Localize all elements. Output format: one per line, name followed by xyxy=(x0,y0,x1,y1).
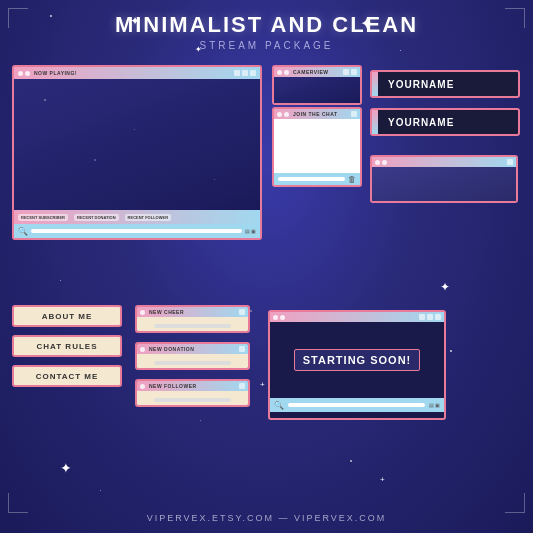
page-title: MINIMALIST AND CLEAN xyxy=(0,12,533,38)
titlebar-dot xyxy=(18,71,23,76)
follower-bar xyxy=(154,398,232,402)
cam-body xyxy=(274,77,360,103)
chat-delete-icon: 🗑 xyxy=(348,175,356,184)
small-preview-window xyxy=(370,155,518,203)
prev-controls xyxy=(507,159,513,165)
main-stream-window: NOW PLAYING! RECENT SUBSCRIBER RECENT DO… xyxy=(12,65,262,240)
page-header: MINIMALIST AND CLEAN STREAM PACKAGE xyxy=(0,12,533,51)
chat-ctrl xyxy=(351,111,357,117)
start-ctrl-2 xyxy=(427,314,433,320)
start-controls xyxy=(419,314,441,320)
cam-controls xyxy=(343,69,357,75)
prev-dot xyxy=(375,160,380,165)
chat-rules-label: CHAT RULES xyxy=(37,342,98,351)
cheer-title: NEW CHEER xyxy=(149,309,184,315)
win-ctrl-1 xyxy=(234,70,240,76)
starting-search-icon: 🔍 xyxy=(274,401,284,410)
start-dot-1 xyxy=(273,315,278,320)
cheer-bar xyxy=(154,324,232,328)
chat-titlebar: JOIN THE CHAT xyxy=(274,109,360,119)
page-subtitle: STREAM PACKAGE xyxy=(0,40,533,51)
follower-controls xyxy=(239,383,245,389)
about-me-label: ABOUT ME xyxy=(42,312,93,321)
starting-titlebar xyxy=(270,312,444,322)
cheer-alert: NEW CHEER xyxy=(135,305,250,333)
search-bar-line xyxy=(31,229,242,233)
footer-left: VIPERVEX.ETSY.COM xyxy=(147,513,274,523)
preview-titlebar xyxy=(372,157,516,167)
start-dot-2 xyxy=(280,315,285,320)
donation-titlebar: NEW DONATION xyxy=(137,344,248,354)
page-footer: VIPERVEX.ETSY.COM — VIPERVEX.COM xyxy=(0,513,533,523)
contact-me-label: CONTACT ME xyxy=(36,372,99,381)
cam-ctrl xyxy=(343,69,349,75)
chat-input-line xyxy=(278,177,345,181)
starting-body: STARTING SOON! xyxy=(270,322,444,398)
cheer-dot xyxy=(140,310,145,315)
donation-ctrl xyxy=(239,346,245,352)
start-ctrl-3 xyxy=(435,314,441,320)
cheer-ctrl xyxy=(239,309,245,315)
recent-follower-badge: RECENT FOLLOWER xyxy=(125,214,171,221)
start-ctrl-1 xyxy=(419,314,425,320)
main-titlebar: NOW PLAYING! xyxy=(14,67,260,79)
titlebar-dot xyxy=(25,71,30,76)
nameplate-1-text: YOURNAME xyxy=(388,79,454,90)
prev-dot-2 xyxy=(382,160,387,165)
follower-title: NEW FOLLOWER xyxy=(149,383,197,389)
donation-title: NEW DONATION xyxy=(149,346,194,352)
chat-dot xyxy=(277,112,282,117)
donation-body xyxy=(137,354,248,370)
about-me-panel: ABOUT ME xyxy=(12,305,122,327)
starting-soon-text: STARTING SOON! xyxy=(294,349,421,371)
footer-dash: — xyxy=(278,513,289,523)
chat-body xyxy=(274,119,360,173)
preview-body xyxy=(372,167,516,201)
cam-ctrl-2 xyxy=(351,69,357,75)
win-ctrl-2 xyxy=(242,70,248,76)
main-window-title: NOW PLAYING! xyxy=(34,70,77,76)
footer-right: VIPERVEX.COM xyxy=(294,513,386,523)
contact-me-panel: CONTACT ME xyxy=(12,365,122,387)
nameplate-2-text: YOURNAME xyxy=(388,117,454,128)
donation-controls xyxy=(239,346,245,352)
starting-footer: 🔍 ▤ ▣ xyxy=(270,398,444,412)
cam-window: CAMERVIEW xyxy=(272,65,362,105)
chat-dot-2 xyxy=(284,112,289,117)
donation-dot xyxy=(140,347,145,352)
cheer-titlebar: NEW CHEER xyxy=(137,307,248,317)
follower-body xyxy=(137,391,248,407)
recent-sub-badge: RECENT SUBSCRIBER xyxy=(18,214,68,221)
chat-rules-panel: CHAT RULES xyxy=(12,335,122,357)
window-controls xyxy=(234,70,256,76)
main-footer-bar: RECENT SUBSCRIBER RECENT DONATION RECENT… xyxy=(14,210,260,224)
starting-search-line xyxy=(288,403,425,407)
recent-donation-badge: RECENT DONATION xyxy=(74,214,119,221)
chat-controls xyxy=(351,111,357,117)
cam-titlebar: CAMERVIEW xyxy=(274,67,360,77)
starting-soon-window: STARTING SOON! 🔍 ▤ ▣ xyxy=(268,310,446,420)
chat-window-title: JOIN THE CHAT xyxy=(293,111,337,117)
follower-titlebar: NEW FOLLOWER xyxy=(137,381,248,391)
searchbar-icons: ▤ ▣ xyxy=(245,228,256,234)
nameplate-1: YOURNAME xyxy=(370,70,520,98)
main-stream-body xyxy=(14,79,260,210)
cheer-controls xyxy=(239,309,245,315)
donation-alert: NEW DONATION xyxy=(135,342,250,370)
cam-dot xyxy=(277,70,282,75)
prev-ctrl xyxy=(507,159,513,165)
cam-window-title: CAMERVIEW xyxy=(293,69,329,75)
chat-input-bar: 🗑 xyxy=(274,173,360,185)
search-icon: 🔍 xyxy=(18,227,28,236)
follower-alert: NEW FOLLOWER xyxy=(135,379,250,407)
main-searchbar: 🔍 ▤ ▣ xyxy=(14,224,260,238)
win-ctrl-3 xyxy=(250,70,256,76)
nameplate-accent-1 xyxy=(372,72,378,96)
nameplate-2: YOURNAME xyxy=(370,108,520,136)
nameplate-accent-2 xyxy=(372,110,378,134)
cam-dot-2 xyxy=(284,70,289,75)
chat-window: JOIN THE CHAT 🗑 xyxy=(272,107,362,187)
follower-dot xyxy=(140,384,145,389)
donation-bar xyxy=(154,361,232,365)
follower-ctrl xyxy=(239,383,245,389)
